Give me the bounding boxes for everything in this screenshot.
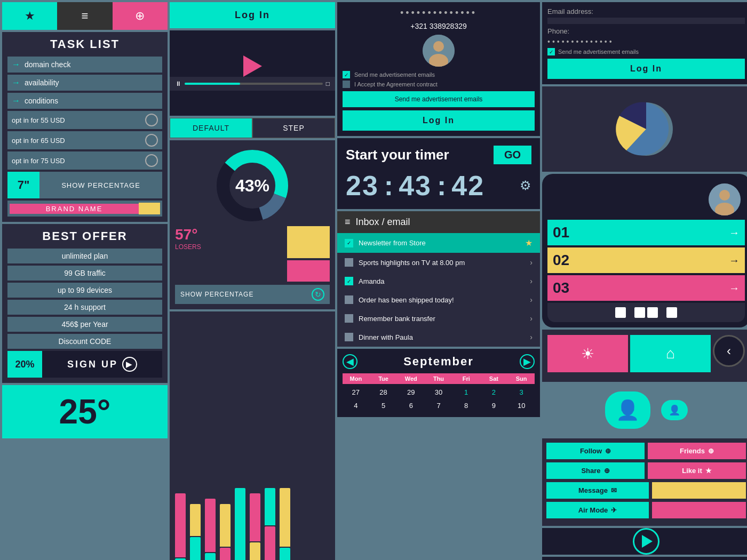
go-button[interactable]: GO bbox=[494, 146, 531, 164]
inbox-checkbox-4[interactable] bbox=[345, 314, 353, 323]
cal-cell-7[interactable]: 4 bbox=[343, 399, 369, 412]
cal-cell-4[interactable]: 1 bbox=[453, 386, 480, 398]
task-item-availability[interactable]: → availability bbox=[7, 75, 162, 91]
inbox-item-1[interactable]: Sports highlights on TV at 8.00 pm › bbox=[337, 253, 540, 272]
radio-btn[interactable] bbox=[145, 114, 158, 126]
phone-label: Phone: bbox=[547, 27, 745, 35]
checkbox-ads[interactable]: ✓ bbox=[343, 71, 350, 78]
message-button[interactable]: Message ✉ bbox=[546, 482, 649, 499]
cal-cell-0[interactable]: 27 bbox=[343, 386, 369, 398]
show-percentage-label: SHOW PERCENTAGE bbox=[39, 172, 162, 198]
inbox-item-5[interactable]: Dinner with Paula › bbox=[337, 328, 540, 347]
offer-item-0: unlimited plan bbox=[7, 249, 162, 263]
email-checkbox[interactable]: ✓ bbox=[547, 48, 555, 55]
cal-cell-8[interactable]: 5 bbox=[370, 399, 397, 412]
email-input[interactable] bbox=[547, 18, 745, 24]
phone-ctrl-stop[interactable] bbox=[615, 307, 626, 318]
bar-yellow-4 bbox=[280, 488, 290, 547]
bar-group-4 bbox=[220, 504, 231, 560]
cal-cell-6[interactable]: 3 bbox=[508, 386, 535, 398]
tab-default[interactable]: DEFAULT bbox=[170, 118, 252, 138]
signup-button[interactable]: SIGN UP ▶ bbox=[42, 351, 162, 378]
size-brand-row: 7" SHOW PERCENTAGE bbox=[7, 172, 162, 198]
inbox-checkbox-0[interactable]: ✓ bbox=[345, 239, 353, 247]
phone-ctrl-pause[interactable] bbox=[634, 307, 658, 318]
login-button-top[interactable]: Log In bbox=[170, 2, 335, 28]
offer-item-1: 99 GB traffic bbox=[7, 266, 162, 281]
inbox-text-3: Order has been shipped today! bbox=[359, 296, 530, 304]
opt-item-55[interactable]: opt in for 55 USD bbox=[7, 111, 162, 129]
inbox-checkbox-2[interactable]: ✓ bbox=[345, 277, 353, 285]
phone-item-03[interactable]: 03 → bbox=[547, 275, 745, 301]
radio-btn[interactable] bbox=[145, 134, 158, 147]
phone-ctrl-square[interactable] bbox=[666, 307, 677, 318]
message-input[interactable] bbox=[652, 482, 746, 499]
radio-btn[interactable] bbox=[145, 154, 158, 167]
tab-step[interactable]: STEP bbox=[252, 118, 335, 138]
bar-cyan-2 bbox=[190, 537, 201, 560]
bar-pink-2 bbox=[205, 499, 216, 552]
login-button-email[interactable]: Log In bbox=[547, 59, 745, 79]
menu-nav-btn[interactable]: ≡ bbox=[57, 2, 112, 30]
inbox-checkbox-3[interactable] bbox=[345, 295, 353, 304]
inbox-checkbox-1[interactable] bbox=[345, 258, 353, 267]
task-item-domain[interactable]: → domain check bbox=[7, 57, 162, 73]
checkbox-agree-row: I Accept the Agreement contract bbox=[343, 81, 535, 88]
social-row-3: Message ✉ bbox=[546, 482, 746, 499]
cal-prev-btn[interactable]: ◀ bbox=[343, 354, 357, 369]
opt-item-75[interactable]: opt in for 75 USD bbox=[7, 151, 162, 170]
follow-button[interactable]: Follow ⊕ bbox=[546, 443, 645, 459]
follow-label: Follow bbox=[580, 447, 602, 455]
cal-cell-9[interactable]: 6 bbox=[398, 399, 424, 412]
phone-widget: 01 → 02 → 03 → bbox=[542, 174, 747, 327]
inbox-item-0[interactable]: ✓ Newsletter from Store ★ bbox=[337, 233, 540, 253]
airmode-input[interactable] bbox=[652, 502, 746, 518]
send-ads-button[interactable]: Send me advertisement emails bbox=[343, 91, 535, 107]
cal-next-btn[interactable]: ▶ bbox=[520, 354, 535, 369]
cal-cell-2[interactable]: 29 bbox=[398, 386, 424, 398]
sun-icon-btn[interactable]: ☀ bbox=[547, 335, 628, 372]
offer-item-discount: Discount CODE bbox=[7, 334, 162, 349]
login-button-form[interactable]: Log In bbox=[343, 110, 535, 131]
play-button[interactable] bbox=[243, 55, 262, 77]
menu-icon: ≡ bbox=[82, 9, 89, 23]
inbox-item-2[interactable]: ✓ Amanda › bbox=[337, 272, 540, 291]
play-circle-button[interactable] bbox=[633, 528, 659, 555]
pin-nav-btn[interactable]: ⊕ bbox=[113, 2, 168, 30]
day-fri: Fri bbox=[453, 375, 480, 382]
task-list-panel: TASK LIST → domain check → availability … bbox=[2, 32, 168, 222]
cal-cell-13[interactable]: 10 bbox=[508, 399, 535, 412]
refresh-button[interactable]: ↻ bbox=[312, 288, 324, 301]
cloud-person-shape: 👤 bbox=[605, 391, 650, 429]
friends-button[interactable]: Friends ⊕ bbox=[648, 443, 746, 459]
checkbox-agree-label: I Accept the Agreement contract bbox=[354, 81, 438, 87]
back-button[interactable]: ‹ bbox=[713, 335, 745, 367]
inbox-item-3[interactable]: Order has been shipped today! › bbox=[337, 291, 540, 309]
cal-cell-5[interactable]: 2 bbox=[481, 386, 507, 398]
inbox-item-4[interactable]: Remember bank transfer › bbox=[337, 309, 540, 328]
checkbox-agree[interactable] bbox=[343, 81, 350, 88]
inbox-checkbox-5[interactable] bbox=[345, 333, 353, 341]
share-button[interactable]: Share ⊕ bbox=[546, 462, 645, 479]
settings-icon[interactable]: ⚙ bbox=[520, 178, 531, 193]
cal-cell-12[interactable]: 9 bbox=[481, 399, 507, 412]
message-label: Message bbox=[578, 486, 608, 494]
like-button[interactable]: Like it ★ bbox=[648, 462, 746, 479]
day-mon: Mon bbox=[343, 375, 369, 382]
phone-item-02[interactable]: 02 → bbox=[547, 247, 745, 273]
best-offer-panel: BEST OFFER unlimited plan 99 GB traffic … bbox=[2, 224, 168, 383]
cal-cell-11[interactable]: 8 bbox=[453, 399, 480, 412]
opt-item-65[interactable]: opt in for 65 USD bbox=[7, 131, 162, 149]
star-icon-inbox-0[interactable]: ★ bbox=[525, 238, 533, 248]
svg-point-8 bbox=[719, 190, 730, 201]
bar-cyan-5 bbox=[265, 488, 275, 525]
cal-cell-1[interactable]: 28 bbox=[370, 386, 397, 398]
airmode-button[interactable]: Air Mode ✈ bbox=[546, 502, 649, 518]
star-nav-btn[interactable]: ★ bbox=[2, 2, 57, 30]
house-icon-btn[interactable]: ⌂ bbox=[630, 335, 711, 372]
cal-cell-10[interactable]: 7 bbox=[425, 399, 452, 412]
task-item-conditions[interactable]: → conditions bbox=[7, 93, 162, 109]
email-form-panel: Email address: Phone: •••••••••••••• ✓ S… bbox=[542, 2, 747, 84]
cal-cell-3[interactable]: 30 bbox=[425, 386, 452, 398]
phone-item-01[interactable]: 01 → bbox=[547, 220, 745, 245]
